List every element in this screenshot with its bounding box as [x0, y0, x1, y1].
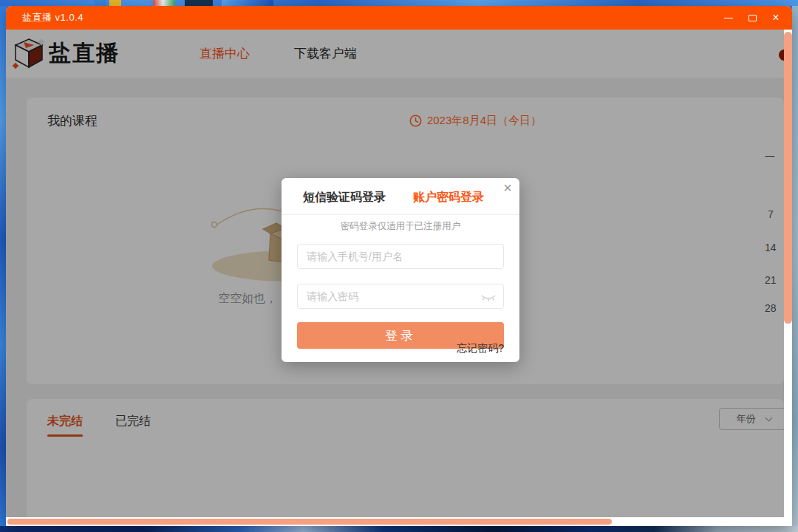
- modal-close-icon[interactable]: ×: [503, 180, 512, 197]
- desktop-left-strip: [0, 6, 6, 526]
- login-modal: × 短信验证码登录 账户密码登录 密码登录仅适用于已注册用户: [282, 178, 519, 362]
- desktop-top-strip: [0, 0, 798, 6]
- login-tabs: 短信验证码登录 账户密码登录: [282, 178, 519, 214]
- window-titlebar: 盐直播 v1.0.4 ×: [6, 6, 792, 30]
- taskbar-icon: [153, 0, 175, 6]
- window-content: 盐直播 直播中心 下载客户端 我的课程 2023: [6, 30, 792, 526]
- vertical-scrollbar-thumb[interactable]: [784, 32, 792, 324]
- maximize-button[interactable]: [740, 6, 764, 30]
- tab-password-login[interactable]: 账户密码登录: [413, 190, 484, 205]
- horizontal-scrollbar: [6, 517, 792, 526]
- window-controls: ×: [717, 6, 788, 30]
- taskbar-icon: [185, 0, 213, 6]
- taskbar-icon: [222, 0, 273, 6]
- desktop-right-strip: [792, 6, 798, 526]
- taskbar-icon: [109, 0, 121, 6]
- desktop-wallpaper: 盐直播 v1.0.4 × 盐直: [0, 0, 798, 532]
- username-field[interactable]: [297, 244, 504, 269]
- login-note: 密码登录仅适用于已注册用户: [282, 220, 519, 233]
- tab-sms-login[interactable]: 短信验证码登录: [303, 190, 386, 205]
- divider: [282, 214, 519, 215]
- close-button[interactable]: ×: [764, 6, 788, 30]
- vertical-scrollbar: [784, 30, 792, 517]
- desktop-bottom-strip: [0, 526, 798, 532]
- password-field[interactable]: [297, 284, 504, 309]
- app-window: 盐直播 v1.0.4 × 盐直: [6, 6, 792, 526]
- forgot-password-link[interactable]: 忘记密码?: [457, 342, 504, 355]
- window-title: 盐直播 v1.0.4: [22, 11, 83, 24]
- eye-closed-icon[interactable]: [480, 292, 497, 305]
- taskbar-icon: [95, 0, 106, 6]
- minimize-button[interactable]: [717, 6, 740, 30]
- horizontal-scrollbar-thumb[interactable]: [7, 519, 612, 525]
